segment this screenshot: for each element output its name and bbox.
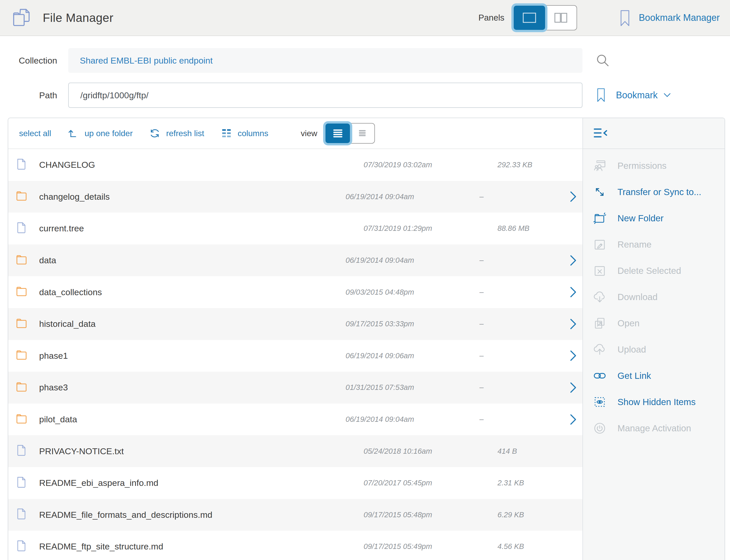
list-view-icon <box>332 128 343 138</box>
compact-view-button[interactable] <box>350 124 375 143</box>
new-folder-icon <box>593 211 607 225</box>
get-link-icon <box>593 369 607 383</box>
file-date: 07/31/2019 01:29pm <box>363 224 498 233</box>
file-icon <box>15 476 28 491</box>
path-label: Path <box>0 90 57 100</box>
chevron-right-icon[interactable] <box>565 350 583 361</box>
folder-icon <box>15 348 28 363</box>
download-icon <box>593 290 607 304</box>
file-name: pilot_data <box>39 414 345 424</box>
endpoint-fields: Collection Shared EMBL-EBI public endpoi… <box>0 36 730 108</box>
folder-icon <box>15 380 28 395</box>
file-name: CHANGELOG <box>39 160 363 170</box>
file-list-row[interactable]: phase1 06/19/2014 09:06am – <box>8 340 583 372</box>
file-list-row[interactable]: data 06/19/2014 09:04am – <box>8 244 583 276</box>
file-size: – <box>480 415 565 424</box>
chevron-right-icon[interactable] <box>565 255 583 266</box>
file-list-row[interactable]: pilot_data 06/19/2014 09:04am – <box>8 404 583 435</box>
sidebar-action-permissions: Permissions <box>583 153 725 179</box>
view-label: view <box>301 129 317 138</box>
bookmark-dropdown-button[interactable]: Bookmark <box>595 88 671 102</box>
file-size: – <box>480 288 565 296</box>
refresh-list-button[interactable]: refresh list <box>149 127 204 139</box>
collapse-panel-icon[interactable] <box>593 127 609 140</box>
up-one-folder-icon <box>67 127 80 139</box>
columns-icon <box>220 127 232 139</box>
folder-icon <box>15 285 28 300</box>
collection-label: Collection <box>0 56 57 66</box>
folder-icon <box>15 317 28 331</box>
file-name: README_file_formats_and_descriptions.md <box>39 510 363 520</box>
file-list-row[interactable]: CHANGELOG 07/30/2019 03:02am 292.33 KB <box>8 149 583 181</box>
chevron-right-icon[interactable] <box>565 191 583 202</box>
sidebar-action-transfer-or-sync-to[interactable]: Transfer or Sync to... <box>583 179 725 205</box>
dual-panel-icon <box>554 13 567 23</box>
file-date: 06/19/2014 09:06am <box>345 352 480 360</box>
file-date: 07/30/2019 03:02am <box>363 161 498 169</box>
file-icon <box>15 539 28 554</box>
sidebar-action-download: Download <box>583 284 725 310</box>
app-header: File Manager Panels Bookm <box>0 0 730 36</box>
file-size: 414 B <box>498 447 583 456</box>
file-list-row[interactable]: README_ftp_site_structure.md 09/17/2015 … <box>8 531 583 560</box>
file-list-row[interactable]: README_ebi_aspera_info.md 07/20/2017 05:… <box>8 467 583 499</box>
sidebar-action-show-hidden-items[interactable]: Show Hidden Items <box>583 389 725 415</box>
file-list-row[interactable]: README_file_formats_and_descriptions.md … <box>8 499 583 531</box>
panels-label: Panels <box>479 13 505 23</box>
file-date: 07/20/2017 05:45pm <box>363 479 498 487</box>
chevron-right-icon[interactable] <box>565 318 583 330</box>
file-manager-app: File Manager Panels Bookm <box>0 0 730 560</box>
show-hidden-icon <box>593 395 607 409</box>
collection-input[interactable]: Shared EMBL-EBI public endpoint <box>68 48 583 73</box>
single-panel-button[interactable] <box>514 6 545 30</box>
file-size: 4.56 KB <box>498 542 583 551</box>
panels-toggle <box>513 5 577 30</box>
file-list-row[interactable]: PRIVACY-NOTICE.txt 05/24/2018 10:16am 41… <box>8 435 583 467</box>
folder-icon <box>15 253 28 268</box>
file-size: – <box>480 320 565 328</box>
file-icon <box>15 221 28 236</box>
columns-button[interactable]: columns <box>220 127 268 139</box>
chevron-right-icon[interactable] <box>565 414 583 425</box>
file-list-row[interactable]: changelog_details 06/19/2014 09:04am – <box>8 181 583 213</box>
file-name: PRIVACY-NOTICE.txt <box>39 446 363 456</box>
file-date: 09/17/2015 05:48pm <box>363 511 498 519</box>
file-icon <box>15 507 28 522</box>
file-list-row[interactable]: data_collections 09/03/2015 04:48pm – <box>8 276 583 308</box>
file-name: changelog_details <box>39 192 345 202</box>
file-date: 06/19/2014 09:04am <box>345 256 480 265</box>
file-size: – <box>480 352 565 360</box>
sidebar-action-new-folder[interactable]: New Folder <box>583 205 725 231</box>
chevron-right-icon[interactable] <box>565 382 583 393</box>
file-list-row[interactable]: historical_data 09/17/2015 03:33pm – <box>8 308 583 340</box>
chevron-right-icon[interactable] <box>565 286 583 298</box>
refresh-icon <box>149 127 161 139</box>
upload-icon <box>593 343 607 356</box>
select-all-button[interactable]: select all <box>19 129 51 138</box>
path-input[interactable]: /gridftp/1000g/ftp/ <box>68 83 583 108</box>
file-name: README_ebi_aspera_info.md <box>39 478 363 488</box>
dual-panel-button[interactable] <box>545 6 577 30</box>
list-view-button[interactable] <box>325 124 350 143</box>
chevron-down-icon <box>663 93 671 98</box>
folder-icon <box>15 412 28 427</box>
search-icon[interactable] <box>595 53 610 68</box>
file-date: 09/17/2015 05:49pm <box>363 542 498 551</box>
file-list-area: select all up one folder refresh list <box>8 118 583 560</box>
file-name: phase1 <box>39 351 345 361</box>
sidebar-action-get-link[interactable]: Get Link <box>583 363 725 389</box>
page-title: File Manager <box>43 11 113 25</box>
up-one-folder-button[interactable]: up one folder <box>67 127 133 139</box>
sidebar-action-delete-selected: Delete Selected <box>583 258 725 284</box>
file-list-row[interactable]: phase3 01/31/2015 07:53am – <box>8 372 583 404</box>
file-name: current.tree <box>39 223 363 233</box>
file-name: data_collections <box>39 287 345 297</box>
file-size: 292.33 KB <box>498 161 583 169</box>
file-date: 06/19/2014 09:04am <box>345 415 480 424</box>
sidebar-action-manage-activation: Manage Activation <box>583 415 725 441</box>
bookmark-label: Bookmark <box>616 90 658 101</box>
bookmark-manager-button[interactable]: Bookmark Manager <box>618 10 720 26</box>
file-size: – <box>480 383 565 392</box>
file-list-row[interactable]: current.tree 07/31/2019 01:29pm 88.86 MB <box>8 213 583 244</box>
single-panel-icon <box>523 13 536 23</box>
